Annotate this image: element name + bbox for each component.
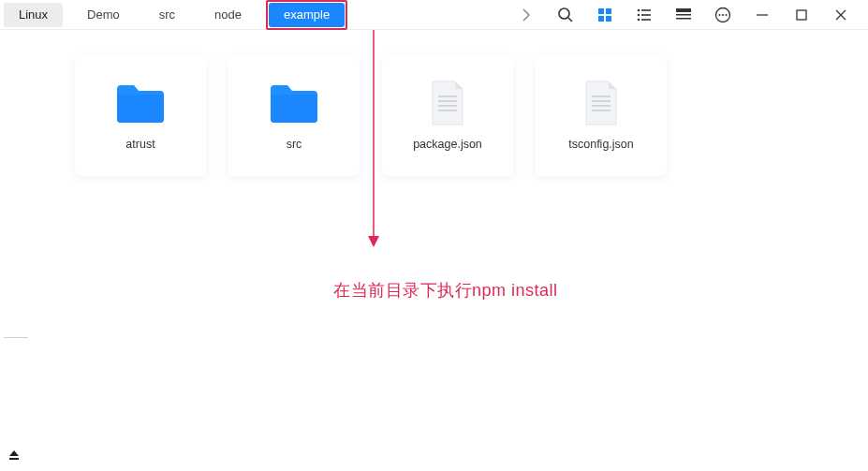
eject-icon[interactable] <box>7 449 21 462</box>
breadcrumb-active-highlight: example <box>266 0 347 30</box>
file-grid: atrust src package.json tsconfig.json <box>75 56 868 176</box>
svg-rect-12 <box>676 8 691 12</box>
file-label: tsconfig.json <box>568 138 633 151</box>
svg-rect-7 <box>641 9 651 11</box>
svg-point-16 <box>719 14 721 16</box>
svg-point-10 <box>638 18 640 21</box>
svg-rect-4 <box>598 16 604 22</box>
svg-rect-3 <box>606 8 611 14</box>
file-label: atrust <box>125 138 154 151</box>
breadcrumb-node[interactable]: node <box>199 3 257 27</box>
content-area: atrust src package.json tsconfig.json 在当… <box>0 30 868 471</box>
file-icon <box>422 81 473 125</box>
file-label: src <box>287 138 302 151</box>
folder-icon <box>115 81 166 125</box>
breadcrumb-example[interactable]: example <box>269 3 345 27</box>
svg-point-8 <box>638 13 640 16</box>
file-label: package.json <box>413 138 482 151</box>
svg-point-18 <box>726 14 728 16</box>
file-tsconfig-json[interactable]: tsconfig.json <box>536 56 667 176</box>
maximize-icon[interactable] <box>793 7 810 23</box>
svg-line-1 <box>568 18 572 22</box>
folder-atrust[interactable]: atrust <box>75 56 206 176</box>
svg-rect-5 <box>606 16 611 22</box>
annotation-text: 在当前目录下执行npm install <box>333 279 558 302</box>
sidebar-divider <box>4 337 28 338</box>
breadcrumb-linux[interactable]: Linux <box>4 3 63 27</box>
list-view-icon[interactable] <box>636 7 653 23</box>
more-icon[interactable] <box>714 7 731 23</box>
top-bar: Linux Demo src node example <box>0 0 868 30</box>
svg-rect-13 <box>676 14 691 16</box>
svg-rect-9 <box>641 14 651 16</box>
file-icon <box>576 81 626 125</box>
minimize-icon[interactable] <box>754 7 771 23</box>
breadcrumbs: Linux Demo src node example <box>4 2 347 28</box>
grid-view-icon[interactable] <box>596 7 613 23</box>
folder-src[interactable]: src <box>228 56 360 176</box>
details-view-icon[interactable] <box>675 7 692 23</box>
svg-point-6 <box>638 8 640 11</box>
svg-rect-20 <box>797 10 806 20</box>
svg-rect-14 <box>676 18 691 20</box>
folder-icon <box>269 81 319 125</box>
svg-point-0 <box>559 8 569 19</box>
close-icon[interactable] <box>832 7 849 23</box>
toolbar <box>518 7 864 23</box>
svg-point-17 <box>722 14 724 16</box>
chevron-right-icon[interactable] <box>518 7 535 23</box>
svg-rect-2 <box>598 8 604 14</box>
breadcrumb-src[interactable]: src <box>144 3 190 27</box>
search-icon[interactable] <box>557 7 574 23</box>
svg-rect-32 <box>9 458 19 460</box>
svg-rect-11 <box>641 19 651 21</box>
breadcrumb-demo[interactable]: Demo <box>72 3 135 27</box>
file-package-json[interactable]: package.json <box>382 56 513 176</box>
